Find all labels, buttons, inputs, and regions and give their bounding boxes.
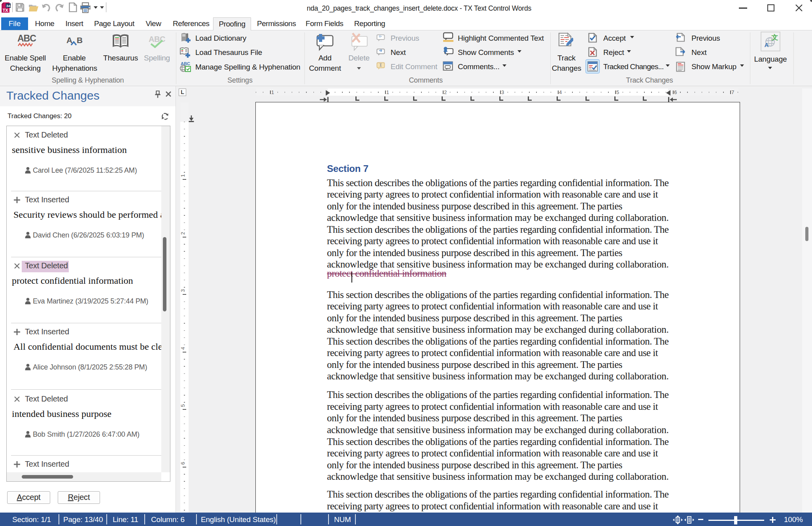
svg-text:A: A (765, 41, 769, 48)
svg-text:文: 文 (771, 34, 778, 41)
